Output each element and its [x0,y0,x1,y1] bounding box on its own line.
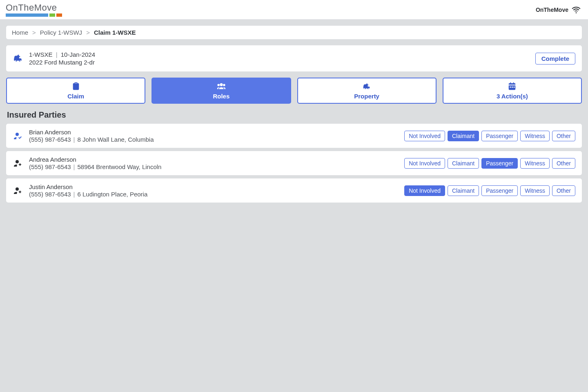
breadcrumb-home[interactable]: Home [12,29,28,36]
clipboard-icon [71,82,80,92]
party-row: Andrea Anderson(555) 987-6543|58964 Bren… [6,151,582,175]
role-other-button[interactable]: Other [552,131,575,141]
role-other-button[interactable]: Other [552,158,575,169]
claim-summary-card: 1-WSXE | 10-Jan-2024 2022 Ford Mustang 2… [6,45,582,71]
party-name: Justin Anderson [29,183,147,190]
role-witness-button[interactable]: Witness [520,158,550,169]
tab-property[interactable]: Property [297,78,437,104]
role-passenger-button[interactable]: Passenger [481,185,518,196]
tab-claim-label: Claim [67,93,84,100]
role-claimant-button[interactable]: Claimant [448,131,479,141]
tab-bar: Claim Roles Property 3 Action(s) [6,78,582,104]
claim-date: 10-Jan-2024 [61,51,95,58]
tab-roles[interactable]: Roles [151,78,291,104]
connection-status: OnTheMove [536,6,581,13]
claim-id: 1-WSXE [29,51,53,58]
wifi-icon [572,6,581,13]
page: Home > Policy 1-WSWJ > Claim 1-WSXE 1-WS… [0,20,588,212]
role-button-group: Not InvolvedClaimantPassengerWitnessOthe… [404,185,575,196]
connection-label: OnTheMove [536,7,568,13]
divider: | [74,136,75,143]
breadcrumb-claim: Claim 1-WSXE [94,29,136,36]
complete-button[interactable]: Complete [535,53,575,65]
parties-list: Brian Anderson(555) 987-6543|8 John Wall… [6,124,582,203]
insured-parties-title: Insured Parties [7,110,582,120]
role-button-group: Not InvolvedClaimantPassengerWitnessOthe… [404,158,575,169]
user-plus-icon [13,185,23,196]
car-collision-icon [362,82,371,92]
role-not_involved-button[interactable]: Not Involved [404,185,445,196]
party-phone: (555) 987-6543 [29,136,71,143]
brand-logo[interactable]: OnTheMove [6,2,62,17]
breadcrumb: Home > Policy 1-WSWJ > Claim 1-WSXE [6,26,582,39]
tab-claim[interactable]: Claim [6,78,145,104]
tab-property-label: Property [354,93,379,100]
role-witness-button[interactable]: Witness [520,131,550,141]
car-collision-icon [13,53,23,65]
claim-vehicle: 2022 Ford Mustang 2-dr [29,59,95,66]
calendar-icon [508,82,517,92]
topbar: OnTheMove OnTheMove [0,0,588,20]
divider: | [74,191,75,198]
divider: | [74,163,75,170]
role-passenger-button[interactable]: Passenger [481,158,518,169]
role-button-group: Not InvolvedClaimantPassengerWitnessOthe… [404,131,575,141]
brand-name: OnTheMove [6,3,62,12]
role-passenger-button[interactable]: Passenger [481,131,518,141]
tab-actions[interactable]: 3 Action(s) [443,78,582,104]
user-plus-icon [13,158,23,169]
tab-roles-label: Roles [213,93,229,100]
party-address: 8 John Wall Lane, Columbia [77,136,154,143]
role-not_involved-button[interactable]: Not Involved [404,131,445,141]
role-not_involved-button[interactable]: Not Involved [404,158,445,169]
role-claimant-button[interactable]: Claimant [448,158,479,169]
party-address: 58964 Brentwood Way, Lincoln [77,163,161,170]
party-phone: (555) 987-6543 [29,163,71,170]
party-row: Brian Anderson(555) 987-6543|8 John Wall… [6,124,582,148]
party-name: Brian Anderson [29,129,154,136]
party-phone: (555) 987-6543 [29,191,71,198]
role-claimant-button[interactable]: Claimant [448,185,479,196]
tab-actions-label: 3 Action(s) [497,93,528,100]
users-icon [217,82,226,92]
chevron-right-icon: > [32,29,36,36]
user-check-icon [13,131,23,141]
breadcrumb-policy[interactable]: Policy 1-WSWJ [40,29,82,36]
party-address: 6 Ludington Place, Peoria [77,191,147,198]
role-other-button[interactable]: Other [552,185,575,196]
role-witness-button[interactable]: Witness [520,185,550,196]
chevron-right-icon: > [86,29,90,36]
party-row: Justin Anderson(555) 987-6543|6 Ludingto… [6,178,582,203]
party-name: Andrea Anderson [29,156,161,163]
brand-bars [6,13,62,17]
